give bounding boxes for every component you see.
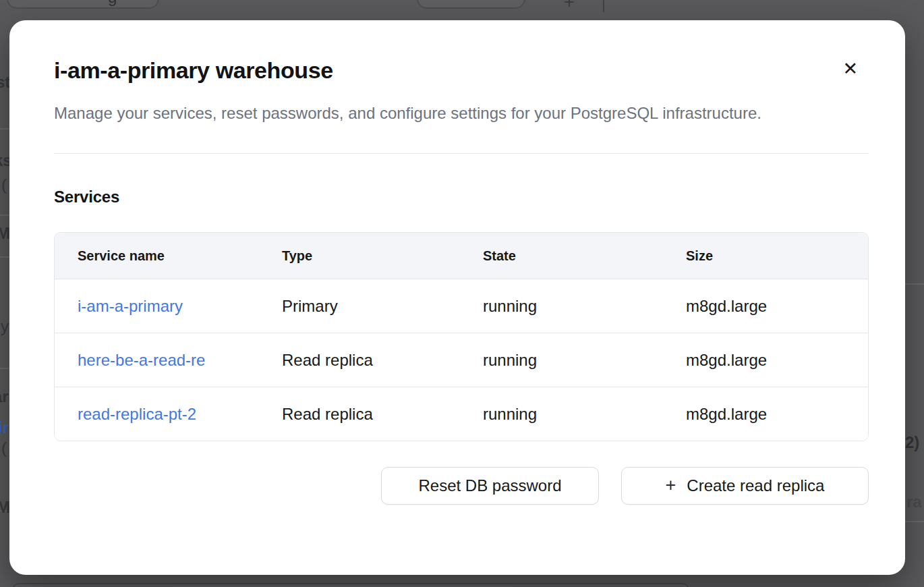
background-tab-left bbox=[7, 0, 159, 9]
background-row-line bbox=[0, 256, 9, 258]
background-text-fragment: ( bbox=[1, 440, 7, 456]
divider bbox=[54, 153, 869, 154]
background-row-line bbox=[0, 215, 9, 216]
close-icon[interactable]: ✕ bbox=[840, 57, 861, 80]
service-size-cell: m8gd.large bbox=[663, 297, 868, 316]
column-header-size: Size bbox=[663, 248, 868, 264]
table-header-row: Service name Type State Size bbox=[55, 233, 868, 279]
background-text-fragment: + bbox=[564, 0, 575, 11]
service-link[interactable]: here-be-a-read-re bbox=[78, 351, 205, 369]
services-heading: Services bbox=[54, 188, 869, 206]
background-row-line bbox=[905, 521, 924, 522]
service-name-cell: read-replica-pt-2 bbox=[55, 405, 259, 424]
service-link[interactable]: read-replica-pt-2 bbox=[78, 405, 196, 423]
background-text-fragment: ra bbox=[906, 494, 922, 510]
service-type-cell: Read replica bbox=[259, 405, 460, 424]
table-row: here-be-a-read-re Read replica running m… bbox=[55, 333, 868, 387]
reset-db-password-label: Reset DB password bbox=[418, 476, 561, 495]
column-header-type: Type bbox=[259, 248, 460, 264]
create-read-replica-button[interactable]: + Create read replica bbox=[621, 467, 869, 505]
service-size-cell: m8gd.large bbox=[663, 351, 868, 370]
background-text-fragment: ( bbox=[1, 177, 7, 193]
background-text-fragment: 2) bbox=[905, 435, 919, 451]
service-type-cell: Primary bbox=[259, 297, 460, 316]
service-name-cell: i-am-a-primary bbox=[55, 297, 259, 316]
dialog-description: Manage your services, reset passwords, a… bbox=[54, 99, 823, 128]
service-link[interactable]: i-am-a-primary bbox=[78, 297, 183, 315]
table-row: i-am-a-primary Primary running m8gd.larg… bbox=[55, 279, 868, 333]
background-text-fragment: ir bbox=[0, 420, 9, 436]
column-header-service-name: Service name bbox=[55, 248, 259, 264]
background-row-line bbox=[0, 128, 9, 130]
background-row-line bbox=[905, 283, 924, 285]
background-bottom-panel bbox=[12, 583, 689, 587]
dialog-title: i-am-a-primary warehouse bbox=[54, 58, 333, 83]
reset-db-password-button[interactable]: Reset DB password bbox=[381, 467, 599, 505]
background-text-fragment: ar bbox=[0, 389, 9, 405]
plus-icon: + bbox=[666, 476, 676, 495]
service-state-cell: running bbox=[460, 351, 663, 370]
service-state-cell: running bbox=[460, 297, 663, 316]
dialog-header: i-am-a-primary warehouse ✕ bbox=[54, 58, 869, 83]
column-header-state: State bbox=[460, 248, 663, 264]
background-text-fragment: g bbox=[108, 0, 117, 5]
background-vertical-divider bbox=[603, 0, 604, 12]
service-name-cell: here-be-a-read-re bbox=[55, 351, 259, 370]
service-state-cell: running bbox=[460, 405, 663, 424]
warehouse-dialog: i-am-a-primary warehouse ✕ Manage your s… bbox=[9, 20, 905, 575]
background-tab-middle bbox=[417, 0, 525, 9]
table-row: read-replica-pt-2 Read replica running m… bbox=[55, 387, 868, 441]
create-read-replica-label: Create read replica bbox=[687, 476, 824, 495]
service-size-cell: m8gd.large bbox=[663, 405, 868, 424]
service-type-cell: Read replica bbox=[259, 351, 460, 370]
dialog-actions: Reset DB password + Create read replica bbox=[54, 467, 869, 505]
background-text-fragment: y bbox=[1, 318, 9, 335]
services-table: Service name Type State Size i-am-a-prim… bbox=[54, 232, 869, 441]
background-row-line bbox=[0, 368, 9, 369]
